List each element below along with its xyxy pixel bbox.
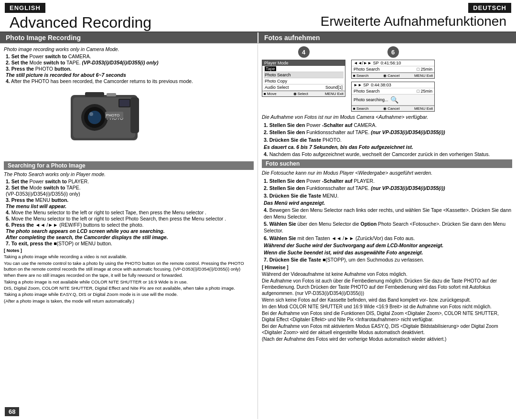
- de-note-5: Bei der Aufnahme von Fotos sind die Funk…: [262, 310, 512, 323]
- svg-rect-7: [107, 93, 116, 96]
- lcd-p2-mid: Photo Search □ 25min: [352, 66, 434, 73]
- de-search-steps: 1. Stellen Sie den Power -Schalter auf P…: [262, 178, 512, 263]
- lcd-items: Tape Photo Search Photo Copy Audio Selec…: [262, 66, 345, 91]
- lcd-f1-exit: MENU Exit: [325, 92, 344, 96]
- lcd-f3-exit: MENU Exit: [414, 106, 433, 111]
- lcd-p2-label: Photo Search: [354, 67, 380, 72]
- lcd-f2-cancel: ◉ Cancel: [383, 74, 399, 78]
- step-2: 2. Set the Mode switch to TAPE. (VP-D353…: [5, 60, 254, 65]
- de-step-1: 1. Stellen Sie den Power -Schalter auf C…: [263, 122, 512, 128]
- lcd-item-photosearch: Photo Search: [264, 72, 344, 78]
- de-search-3: 3. Drücken Sie die Taste MENU.: [263, 192, 512, 199]
- lcd-p2-top: ◄◄/►► SP 0:41:56:10: [352, 60, 434, 66]
- lcd-f3-cancel: ◉ Cancel: [383, 106, 399, 111]
- lcd-panel-2: ◄◄/►► SP 0:41:56:10 Photo Search □ 25min…: [351, 60, 435, 79]
- step-4: 4. After the PHOTO has been recorded, th…: [5, 78, 254, 84]
- svg-text:PHOTO: PHOTO: [106, 113, 119, 117]
- lcd-f1-select: ◉ Select: [293, 92, 308, 96]
- lcd-footer-1: ■ Move ◉ Select MENU Exit: [262, 91, 345, 96]
- note-3: When there are no still images recorded …: [4, 273, 254, 278]
- left-column: Photo image recording works only in Came…: [0, 44, 258, 419]
- de-note-7: (Nach der Aufnahme des Fotos wird der vo…: [262, 336, 512, 342]
- de-step-2: 2. Stellen Sie den Funktionsschalter auf…: [263, 129, 512, 136]
- main-title-left: Advanced Recording: [5, 13, 156, 32]
- searching-display: Photo searching... 🔍: [352, 94, 434, 105]
- search-step-6a: The photo search appears on LCD screen w…: [5, 228, 254, 234]
- de-search-7: 7. Drücken Sie die Taste ■(STOPP), um de…: [263, 256, 512, 263]
- lcd-footer-3: ■ Search ◉ Cancel MENU Exit: [352, 105, 434, 111]
- de-note-3: Wenn sich keine Fotos auf der Kassette b…: [262, 297, 512, 303]
- lcd-f2-search: ■ Search: [353, 74, 368, 78]
- lcd-panel-3: ►► SP 0:44:38:03 Photo Search □ 25min Ph…: [351, 82, 435, 112]
- note-4: Taking a photo image is not available wh…: [4, 279, 254, 285]
- de-subsection-header: Foto suchen: [262, 159, 512, 168]
- lcd-item-photocopy: Photo Copy: [264, 78, 344, 84]
- de-step-4: 4. Nachdem das Foto aufgezeichnet wurde,…: [263, 151, 512, 158]
- de-search-6b: Wenn die Suche beendet ist, wird das aus…: [263, 249, 512, 256]
- step-1: 1. Set the Power switch to CAMERA.: [5, 53, 254, 59]
- de-photo-note: Die Aufnahme von Fotos ist nur im Modus …: [262, 114, 512, 120]
- search-step-7: 7. To exit, press the ■(STOP) or MENU bu…: [5, 241, 254, 246]
- de-search-3-note: Das Menü wird angezeigt.: [263, 200, 512, 206]
- search-step-1: 1. Set the Power switch to PLAYER.: [5, 178, 254, 184]
- step-3: 3. Press the PHOTO button.: [5, 66, 254, 72]
- de-step-3-note: Es dauert ca. 6 bis 7 Sekunden, bis das …: [263, 144, 512, 150]
- de-search-4: 4. Bewegen Sie den Menu Selector nach li…: [263, 207, 512, 220]
- svg-rect-13: [119, 100, 129, 106]
- section-header-right: Fotos aufnehmen: [258, 32, 516, 43]
- lcd-p2-timecode: 0:41:56:10: [381, 61, 401, 65]
- note-1: Taking a photo image while recording a v…: [4, 254, 254, 260]
- lcd-panel-1: Player Mode Tape Photo Search Photo Copy…: [262, 60, 345, 97]
- de-hinweise-header: [ Hinweise ]: [262, 264, 512, 271]
- search-step-3: 3. Press the MENU button.: [5, 197, 254, 203]
- step-circle-6: 6: [387, 46, 399, 58]
- lcd-f1-move: ■ Move: [264, 92, 277, 96]
- searching-subsection-header: Searching for a Photo Image: [4, 161, 254, 170]
- searching-text: Photo searching...: [354, 97, 388, 102]
- note-5: DIS, Digital Zoom, COLOR NITE SHUTTER, D…: [4, 285, 254, 291]
- search-steps: 1. Set the Power switch to PLAYER. 2. Se…: [4, 178, 254, 246]
- lcd-p3-dur: □ 25min: [417, 89, 432, 94]
- step-3-note: The still picture is recorded for about …: [5, 72, 254, 78]
- de-step-3: 3. Drücken Sie die Taste PHOTO.: [263, 136, 512, 143]
- de-note-1: Während der Videoaufnahme ist keine Aufn…: [262, 271, 512, 277]
- photo-search-note: The Photo Search works only in Player mo…: [4, 171, 254, 177]
- de-search-note: Die Fotosuche kann nur im Modus Player <…: [262, 169, 512, 176]
- de-search-1: 1. Stellen Sie den Power -Schalter auf P…: [263, 178, 512, 184]
- lcd-p3-icon: ►► SP: [354, 83, 369, 87]
- notes-header: [ Notes ]: [4, 248, 254, 253]
- notes-section: [ Notes ] Taking a photo image while rec…: [4, 248, 254, 304]
- lcd-footer-2: ■ Search ◉ Cancel MENU Exit: [352, 73, 434, 78]
- note-7: (After a photo image is taken, the mode …: [4, 298, 254, 304]
- de-photo-steps: 1. Stellen Sie den Power -Schalter auf C…: [262, 122, 512, 158]
- search-step-6: 6. Press the ◄◄ /►► (REW/FF) buttons to …: [5, 222, 254, 228]
- photo-recording-note: Photo image recording works only in Came…: [4, 46, 254, 52]
- de-note-6: Bei der Aufnahme von Fotos mit aktiviert…: [262, 323, 512, 336]
- lcd-audio-label: Audio Select: [265, 85, 289, 90]
- step-circle-4: 4: [298, 46, 310, 58]
- lcd-p3-mid: Photo Search □ 25min: [352, 88, 434, 94]
- de-search-2: 2. Stellen Sie den Funktionsschalter auf…: [263, 185, 512, 191]
- camera-image: PHOTO PHOTO: [56, 85, 142, 152]
- lcd-p2-dur: □ 25min: [417, 67, 432, 72]
- note-2: You can use the remote control to take a…: [4, 261, 254, 273]
- section-header-row: Photo Image Recording Fotos aufnehmen: [0, 32, 516, 43]
- page-number: 68: [5, 407, 19, 416]
- search-step-2: 2. Set the Mode switch to TAPE.: [5, 185, 254, 190]
- magnify-icon: 🔍: [390, 96, 398, 104]
- svg-rect-6: [85, 92, 104, 97]
- lcd-item-audioselect: Audio Select Sound[1]: [264, 84, 344, 91]
- de-note-2: Die Aufnahme von Fotos ist auch über die…: [262, 278, 512, 296]
- svg-point-5: [89, 112, 93, 116]
- de-notes-section: [ Hinweise ] Während der Videoaufnahme i…: [262, 264, 512, 342]
- main-title-right: Erweiterte Aufnahmefunktionen: [156, 13, 511, 32]
- lang-badge-deutsch: DEUTSCH: [468, 3, 511, 13]
- de-search-6: 6. Wählen Sie mit den Tasten ◄◄ /►► (Zur…: [263, 235, 512, 242]
- lang-badge-english: ENGLISH: [5, 3, 45, 13]
- header: ENGLISH DEUTSCH Advanced Recording Erwei…: [0, 0, 516, 32]
- photo-recording-steps: 1. Set the Power switch to CAMERA. 2. Se…: [4, 53, 254, 84]
- lcd-p3-timecode: 0:44:38:03: [371, 83, 391, 87]
- search-step-2b: (VP-D353(i)/D354(i)/D355(i) only): [5, 191, 254, 197]
- lcd-f3-search: ■ Search: [353, 106, 368, 111]
- lcd-p3-label: Photo Search: [354, 89, 380, 94]
